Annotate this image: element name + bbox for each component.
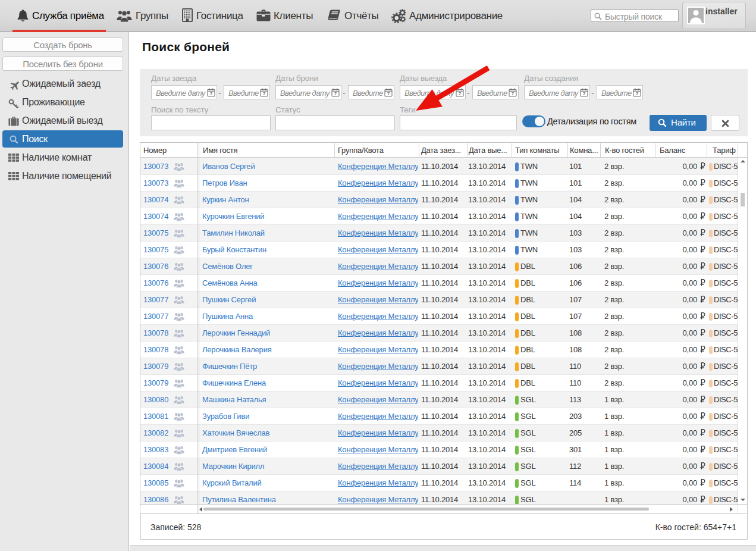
- svg-text:7: 7: [210, 91, 212, 96]
- svg-text:7: 7: [263, 91, 265, 96]
- svg-text:7: 7: [512, 91, 514, 96]
- svg-text:7: 7: [387, 91, 390, 96]
- svg-text:7: 7: [636, 91, 638, 96]
- svg-text:7: 7: [334, 91, 337, 96]
- svg-text:7: 7: [583, 91, 585, 96]
